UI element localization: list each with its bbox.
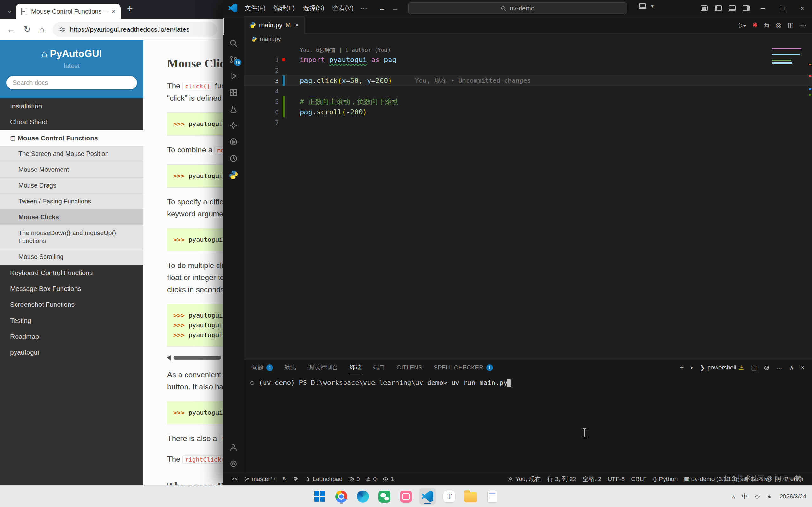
remote-indicator[interactable]: >< [229, 476, 241, 482]
close-panel-icon[interactable]: × [801, 364, 804, 371]
problems-warnings[interactable]: ⚠0 [363, 475, 380, 483]
taskbar-vscode[interactable] [419, 488, 436, 505]
volume-icon[interactable] [767, 493, 773, 500]
collapse-icon[interactable]: ⊟ [10, 134, 16, 142]
run-debug-icon[interactable] [223, 68, 244, 84]
new-terminal-button[interactable]: + [680, 364, 683, 371]
code-line-2[interactable]: 2 [244, 65, 812, 75]
site-settings-icon[interactable] [59, 26, 65, 33]
customize-layout-icon[interactable] [701, 5, 708, 11]
gitlens-icon[interactable] [223, 117, 244, 134]
code-line-6[interactable]: 6pag.scroll(-200) [244, 107, 812, 117]
browser-tab[interactable]: Mouse Control Functions — × [16, 4, 120, 19]
maximize-button[interactable]: □ [773, 0, 792, 16]
ime-indicator[interactable]: 中 [742, 493, 748, 501]
menu-file[interactable]: 文件(F) [241, 2, 270, 14]
panel-tab-spell-checker[interactable]: SPELL CHECKER1 [434, 360, 493, 375]
python-icon[interactable] [223, 167, 244, 183]
new-tab-button[interactable]: + [127, 3, 133, 14]
gitlens-launchpad[interactable]: Launchpad [302, 475, 346, 483]
git-branch[interactable]: master*+ [241, 475, 280, 483]
toggle-panel-icon[interactable] [728, 5, 735, 11]
nav-back-icon[interactable]: ← [379, 4, 386, 12]
minimize-button[interactable]: ─ [753, 0, 773, 16]
panel-tab-问题[interactable]: 问题1 [252, 360, 273, 375]
sidebar-item-message-box-functions[interactable]: Message Box Functions [0, 281, 143, 297]
panel-more-icon[interactable]: ⋯ [776, 364, 782, 372]
code-runner-icon[interactable] [223, 134, 244, 150]
sidebar-item-mouse-drags[interactable]: Mouse Drags [0, 178, 143, 193]
sidebar-item-testing[interactable]: Testing [0, 313, 143, 329]
menu-more[interactable]: ⋯ [358, 3, 370, 14]
sidebar-item-pyautogui[interactable]: pyautogui [0, 344, 143, 360]
taskbar-edge[interactable] [355, 488, 371, 505]
testing-icon[interactable] [223, 101, 244, 117]
terminal-dropdown-icon[interactable]: ▾ [691, 365, 693, 370]
refresh-button[interactable]: ↻ [23, 24, 31, 35]
taskbar-notepad[interactable] [484, 488, 501, 505]
kill-terminal-icon[interactable] [764, 364, 769, 371]
code-line-1[interactable]: 1import pyautogui as pag [244, 55, 812, 65]
tab-close-icon[interactable]: × [111, 7, 115, 15]
code-line-7[interactable]: 7 [244, 117, 812, 128]
address-bar[interactable]: https://pyautogui.readthedocs.io/en/late… [53, 22, 217, 37]
problems-errors[interactable]: 0 [346, 475, 363, 483]
taskbar-typora[interactable]: T [441, 488, 457, 505]
sidebar-item-the-mousedown-and-mouseup-functions[interactable]: The mouseDown() and mouseUp() Functions [0, 225, 143, 249]
tab-close-icon[interactable]: × [295, 21, 299, 29]
toggle-sidebar-icon[interactable] [715, 5, 722, 11]
sidebar-item-mouse-scrolling[interactable]: Mouse Scrolling [0, 249, 143, 265]
sidebar-item-roadmap[interactable]: Roadmap [0, 329, 143, 344]
panel-tab-终端[interactable]: 终端 [350, 360, 362, 375]
cursor-position[interactable]: 行 3, 列 22 [544, 475, 579, 483]
minimap[interactable] [772, 47, 807, 68]
back-button[interactable]: ← [6, 24, 15, 35]
sidebar-item-mouse-control-functions[interactable]: ⊟Mouse Control Functions [0, 130, 143, 146]
git-sync[interactable]: ↻ [279, 475, 290, 482]
run-python-file-button[interactable]: ▷▾ [739, 21, 746, 29]
layout-control-dropdown[interactable]: ▾ [636, 3, 654, 10]
blame-status[interactable]: You, 现在 [505, 475, 544, 483]
tab-search-icon[interactable]: ⌄ [6, 6, 13, 14]
search-icon[interactable] [223, 35, 244, 51]
taskbar-chrome[interactable] [333, 488, 350, 505]
sidebar-item-installation[interactable]: Installation [0, 98, 143, 114]
codelens-annotation[interactable]: You, 6秒钟前 | 1 author (You) [300, 47, 812, 54]
extensions-icon[interactable] [223, 84, 244, 101]
panel-tab-调试控制台[interactable]: 调试控制台 [308, 360, 338, 375]
toggle-secondary-sidebar-icon[interactable] [743, 5, 750, 11]
taskbar-explorer[interactable] [462, 488, 479, 505]
split-editor-icon[interactable]: ◫ [788, 21, 794, 29]
code-line-3[interactable]: 3pag.click(x=50, y=200)You, 现在 • Uncommi… [244, 75, 812, 86]
terminal[interactable]: (uv-demo) PS D:\workspace\vue-learning\u… [244, 375, 812, 472]
home-button[interactable]: ⌂ [39, 24, 44, 35]
sidebar-item-cheat-sheet[interactable]: Cheat Sheet [0, 114, 143, 130]
encoding[interactable]: UTF-8 [604, 475, 628, 483]
breadcrumb[interactable]: main.py [244, 34, 812, 44]
sidebar-item-keyboard-control-functions[interactable]: Keyboard Control Functions [0, 265, 143, 281]
menu-view[interactable]: 查看(V) [328, 2, 358, 14]
sidebar-item-tween-easing-functions[interactable]: Tween / Easing Functions [0, 193, 143, 210]
tray-expand-icon[interactable]: ∧ [732, 494, 735, 500]
code-line-5[interactable]: 5# 正数向上滚动，负数向下滚动 [244, 96, 812, 107]
problems-info[interactable]: 1 [380, 475, 397, 483]
sidebar-item-mouse-clicks[interactable]: Mouse Clicks [0, 210, 143, 225]
maximize-panel-icon[interactable]: ∧ [790, 364, 794, 372]
docs-brand[interactable]: ⌂PyAutoGUI [6, 48, 138, 60]
editor-tab-mainpy[interactable]: main.py M × [244, 16, 305, 34]
sidebar-item-screenshot-functions[interactable]: Screenshot Functions [0, 297, 143, 313]
horizontal-scrollbar[interactable] [167, 355, 223, 360]
panel-tab-端口[interactable]: 端口 [373, 360, 385, 375]
close-button[interactable]: × [792, 0, 812, 16]
taskbar-start[interactable] [311, 488, 328, 505]
code-line-4[interactable]: 4 [244, 86, 812, 96]
split-terminal-icon[interactable]: ◫ [751, 364, 757, 372]
terminal-instance-powershell[interactable]: ❯powershell⚠ [700, 364, 744, 372]
menu-selection[interactable]: 选择(S) [299, 2, 328, 14]
sidebar-item-mouse-movement[interactable]: Mouse Movement [0, 162, 143, 178]
scroll-left-icon[interactable] [167, 355, 171, 360]
goto-symbol-icon[interactable]: ◎ [776, 21, 781, 29]
taskbar-clock[interactable]: 2026/3/24 [779, 493, 806, 500]
explorer-icon[interactable]: undefined [223, 18, 244, 35]
wifi-icon[interactable] [754, 493, 760, 500]
